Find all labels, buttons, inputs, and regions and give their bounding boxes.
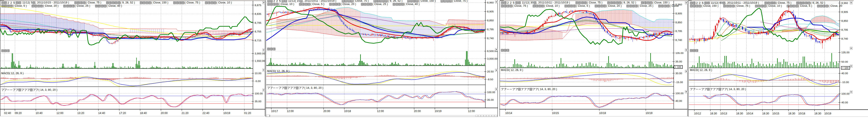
svg-text:8,875: 8,875 bbox=[255, 4, 261, 7]
svg-text:100.00: 100.00 bbox=[841, 92, 850, 95]
svg-text:( Close, 150 ): ( Close, 150 ) bbox=[419, 0, 440, 2]
svg-text:( 9, 26, 52 ): ( 9, 26, 52 ) bbox=[622, 1, 641, 4]
svg-text:( Close, 75 ): ( Close, 75 ) bbox=[452, 0, 468, 2]
svg-text:10/18: 10/18 bbox=[599, 112, 606, 115]
svg-text:2: 2 bbox=[699, 1, 701, 5]
svg-text:, 2011/10/15 - 2011/10/19 ): , 2011/10/15 - 2011/10/19 ) bbox=[36, 1, 74, 4]
svg-text:2: 2 bbox=[507, 1, 509, 4]
svg-text:( Close, 20: ( Close, 20 bbox=[829, 4, 842, 7]
svg-text:1,550.00: 1,550.00 bbox=[255, 59, 265, 62]
svg-text:14:40: 14:40 bbox=[98, 112, 105, 115]
svg-text:5: 5 bbox=[702, 1, 704, 5]
svg-text:( Close: ( Close bbox=[670, 4, 679, 7]
svg-text:5: 5 bbox=[513, 1, 515, 4]
svg-text:13:20: 13:20 bbox=[77, 112, 84, 115]
svg-text:( Close, 75 ): ( Close, 75 ) bbox=[185, 1, 205, 4]
svg-text:( Close, 20 ): ( Close, 20 ) bbox=[341, 3, 361, 6]
svg-text:02:40: 02:40 bbox=[4, 112, 11, 115]
svg-text:( 14, 3, 80, 20 ): ( 14, 3, 80, 20 ) bbox=[305, 86, 323, 89]
svg-text:12:00: 12:00 bbox=[468, 110, 475, 113]
svg-text:8,740: 8,740 bbox=[841, 37, 848, 40]
svg-text:8,715: 8,715 bbox=[255, 39, 261, 42]
svg-text:20:00: 20:00 bbox=[323, 110, 331, 113]
svg-text:( Close, 40 ): ( Close, 40 ) bbox=[107, 4, 122, 7]
svg-text:( Close, 75 ): ( Close, 75 ) bbox=[513, 4, 533, 7]
svg-text:2: 2 bbox=[274, 0, 275, 3]
svg-text:8,850: 8,850 bbox=[676, 21, 682, 24]
svg-text:( Close, 5 ): ( Close, 5 ) bbox=[576, 4, 595, 7]
svg-text:( Close, 20 ): ( Close, 20 ) bbox=[606, 4, 626, 7]
svg-text:3,000.00: 3,000.00 bbox=[487, 57, 498, 60]
svg-text:, 2011/10/11 - 2011/10/19 ): , 2011/10/11 - 2011/10/19 ) bbox=[726, 1, 764, 4]
svg-text:( Close, 150 ): ( Close, 150 ) bbox=[702, 4, 723, 7]
svg-text:12:00: 12:00 bbox=[287, 110, 294, 113]
svg-text:40.00: 40.00 bbox=[841, 101, 848, 104]
svg-text:105.00: 105.00 bbox=[676, 52, 684, 55]
svg-text:22:40: 22:40 bbox=[203, 112, 209, 115]
svg-text:10:40: 10:40 bbox=[36, 112, 42, 115]
svg-text:( Close, 25 ): ( Close, 25 ) bbox=[75, 4, 95, 7]
svg-text:18:40: 18:40 bbox=[140, 112, 147, 115]
svg-text:( 9, 26, 52 ): ( 9, 26, 52 ) bbox=[388, 0, 407, 2]
svg-text:8,905: 8,905 bbox=[676, 12, 682, 15]
svg-text:-10.00: -10.00 bbox=[841, 81, 849, 84]
svg-text:11/12( 15: 11/12( 15 bbox=[287, 0, 300, 2]
svg-text:8,850: 8,850 bbox=[841, 19, 848, 22]
svg-text:( 14, 3, 80, 20 ): ( 14, 3, 80, 20 ) bbox=[39, 88, 58, 91]
svg-text:10/18: 10/18 bbox=[344, 110, 351, 113]
svg-text:MACD( 12, 26, 9 ): MACD( 12, 26, 9 ) bbox=[501, 69, 523, 72]
svg-text:MACD( 12, 26, 9 ): MACD( 12, 26, 9 ) bbox=[267, 70, 289, 73]
svg-text:135.00: 135.00 bbox=[841, 51, 850, 54]
svg-text:( 9, 26, 52 ): ( 9, 26, 52 ) bbox=[121, 1, 140, 4]
svg-text:( Close, 10 ): ( Close, 10 ) bbox=[279, 3, 299, 6]
svg-text:16:30: 16:30 bbox=[710, 112, 717, 115]
svg-text:20:00: 20:00 bbox=[414, 110, 421, 113]
svg-text:, 2011/10/11 - 2011/10/19 ): , 2011/10/11 - 2011/10/19 ) bbox=[303, 0, 341, 2]
svg-text:( Close, 20 ): ( Close, 20 ) bbox=[43, 4, 63, 7]
svg-text:5: 5 bbox=[279, 0, 281, 3]
svg-text:( Close, 75 ): ( Close, 75 ) bbox=[587, 1, 607, 4]
svg-text:35.00: 35.00 bbox=[676, 60, 682, 63]
svg-text:10/19: 10/19 bbox=[435, 110, 442, 113]
svg-text:10/18: 10/18 bbox=[798, 112, 805, 115]
svg-text:× 100: × 100 bbox=[675, 66, 681, 68]
svg-text:2: 2 bbox=[696, 1, 698, 5]
svg-text:2: 2 bbox=[276, 0, 278, 3]
svg-text:10/15: 10/15 bbox=[552, 112, 559, 115]
svg-text:MACD( 12, 26, 9 ): MACD( 12, 26, 9 ) bbox=[1, 72, 24, 75]
svg-text:12:00: 12:00 bbox=[377, 110, 384, 113]
svg-text:-15.00: -15.00 bbox=[676, 81, 683, 84]
svg-text:50.00: 50.00 bbox=[841, 60, 848, 63]
svg-text:11/12( 30: 11/12( 30 bbox=[521, 1, 533, 4]
svg-text:8,795: 8,795 bbox=[841, 28, 848, 31]
svg-text:8,740: 8,740 bbox=[487, 37, 494, 40]
svg-text:8,850: 8,850 bbox=[487, 19, 494, 22]
svg-text:( 9, 26, 52 ): ( 9, 26, 52 ) bbox=[811, 1, 825, 4]
svg-text:01:20: 01:20 bbox=[244, 112, 251, 115]
svg-text:100.00: 100.00 bbox=[487, 91, 495, 94]
svg-text:( Close, 75 ): ( Close, 75 ) bbox=[353, 0, 374, 2]
svg-text:8,960: 8,960 bbox=[841, 2, 848, 5]
svg-text:8,795: 8,795 bbox=[487, 28, 494, 31]
svg-text:10/17: 10/17 bbox=[271, 110, 278, 113]
svg-text:( Close, 25 ): ( Close, 25 ) bbox=[373, 3, 393, 6]
svg-text:21:20: 21:20 bbox=[182, 112, 189, 115]
svg-text:2: 2 bbox=[510, 1, 512, 4]
svg-text:, 2011/10/11 - 2011/10/19 ): , 2011/10/11 - 2011/10/19 ) bbox=[537, 1, 575, 4]
svg-text:( 14, 3, 80, 20 ): ( 14, 3, 80, 20 ) bbox=[727, 88, 746, 91]
svg-text:100.00: 100.00 bbox=[255, 92, 263, 95]
svg-text:20:00: 20:00 bbox=[161, 112, 168, 115]
svg-text:MACD( 12, 26, 9 ): MACD( 12, 26, 9 ) bbox=[690, 69, 712, 72]
svg-text:11/12( 60: 11/12( 60 bbox=[710, 1, 722, 4]
svg-text:10/14: 10/14 bbox=[505, 112, 512, 115]
svg-text:35.00: 35.00 bbox=[487, 98, 494, 101]
svg-text:-8.50: -8.50 bbox=[487, 78, 493, 81]
svg-text:10/19: 10/19 bbox=[646, 112, 653, 115]
svg-text:8,960: 8,960 bbox=[487, 1, 494, 4]
svg-text:16:30: 16:30 bbox=[762, 112, 769, 115]
svg-text:( 14, 3, 80, 20 ): ( 14, 3, 80, 20 ) bbox=[538, 88, 557, 91]
svg-text:( Close, 5 ): ( Close, 5 ) bbox=[13, 4, 32, 7]
svg-text:( Close, 150 ): ( Close, 150 ) bbox=[653, 1, 670, 4]
svg-text:10/13: 10/13 bbox=[720, 112, 727, 115]
svg-text:( Close, 5 ): ( Close, 5 ) bbox=[798, 4, 817, 7]
